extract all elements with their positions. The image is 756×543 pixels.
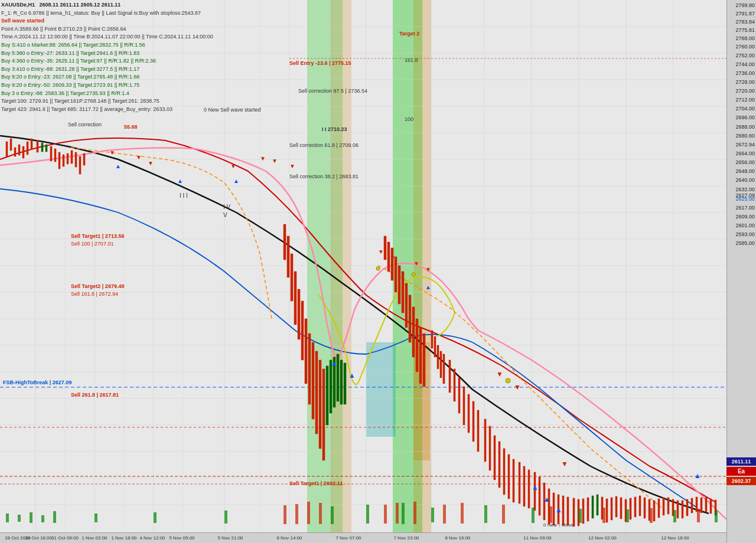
svg-rect-151 bbox=[686, 499, 688, 516]
svg-rect-183 bbox=[443, 505, 446, 524]
time-label-3: 31 Oct 09:00 bbox=[51, 535, 79, 541]
svg-text:FSB-HighToBreak | 2627.09: FSB-HighToBreak | 2627.09 bbox=[3, 380, 71, 385]
buy7: Buy 3 o Entry:-88: 2583.36 || Target:273… bbox=[1, 90, 213, 97]
time-label-4: 1 Nov 02:00 bbox=[82, 535, 107, 541]
svg-rect-170 bbox=[484, 505, 487, 523]
svg-rect-132 bbox=[597, 495, 598, 515]
svg-rect-79 bbox=[326, 366, 328, 425]
buy6: Buy 9:20 o Entry:-50: 2609.33 || Target:… bbox=[1, 81, 213, 89]
svg-rect-68 bbox=[287, 236, 289, 277]
svg-text:▼: ▼ bbox=[260, 155, 266, 162]
price-2640: 2640.00 bbox=[735, 177, 755, 183]
price-2768: 2768.00 bbox=[735, 35, 755, 41]
svg-point-215 bbox=[412, 273, 415, 276]
price-2593: 2593.00 bbox=[735, 231, 755, 237]
svg-text:▲: ▲ bbox=[555, 506, 562, 514]
price-2775: 2775.81 bbox=[735, 27, 755, 33]
svg-rect-107 bbox=[472, 401, 474, 441]
svg-text:Sell Target1 | 2602.11: Sell Target1 | 2602.11 bbox=[289, 480, 343, 486]
time-label-11: 7 Nov 23:00 bbox=[393, 535, 419, 541]
svg-text:Sell correction 87.5 | 2736.54: Sell correction 87.5 | 2736.54 bbox=[298, 88, 367, 94]
svg-rect-182 bbox=[413, 502, 416, 524]
time-label-14: 12 Nov 02:00 bbox=[588, 535, 617, 541]
svg-rect-160 bbox=[30, 512, 32, 523]
svg-text:▲: ▲ bbox=[331, 359, 338, 368]
svg-text:▼: ▼ bbox=[496, 370, 503, 378]
svg-text:▼: ▼ bbox=[136, 154, 142, 161]
svg-rect-101 bbox=[443, 354, 445, 384]
tema-status: F_1: R_Co 6.9786 || tema_h1_status: Buy … bbox=[1, 9, 213, 17]
price-2799: 2799.80 bbox=[735, 2, 755, 8]
svg-rect-137 bbox=[620, 498, 622, 519]
price-2696: 2696.00 bbox=[735, 115, 755, 120]
time-label-5: 1 Nov 18:00 bbox=[111, 535, 136, 541]
svg-rect-90 bbox=[402, 272, 404, 313]
point-abc: Point A:3589.66 || Point B:2710.23 || Po… bbox=[1, 25, 213, 33]
svg-rect-157 bbox=[715, 500, 716, 515]
price-2585: 2585.00 bbox=[735, 240, 755, 246]
svg-rect-165 bbox=[224, 511, 227, 524]
svg-rect-62 bbox=[67, 153, 69, 164]
svg-rect-134 bbox=[606, 499, 608, 522]
price-2760: 2760.00 bbox=[735, 44, 755, 50]
svg-rect-64 bbox=[75, 152, 77, 167]
price-2648: 2648.00 bbox=[735, 168, 755, 174]
svg-rect-76 bbox=[315, 351, 318, 434]
ohlc-values: 2608.11 2611.11 2605.12 2611.11 bbox=[40, 2, 121, 8]
svg-text:Target 2: Target 2 bbox=[399, 31, 419, 37]
svg-text:Sell correction 61.8 | 2709.06: Sell correction 61.8 | 2709.06 bbox=[289, 142, 359, 148]
svg-text:▼: ▼ bbox=[109, 149, 115, 156]
svg-rect-178 bbox=[307, 502, 310, 524]
svg-rect-69 bbox=[291, 254, 293, 301]
svg-rect-172 bbox=[579, 509, 582, 523]
svg-rect-2 bbox=[331, 0, 351, 532]
svg-rect-74 bbox=[308, 333, 311, 404]
svg-rect-176 bbox=[284, 505, 286, 524]
svg-text:Sell Target2 | 2679.49: Sell Target2 | 2679.49 bbox=[71, 283, 124, 289]
svg-rect-1 bbox=[307, 0, 343, 532]
svg-rect-158 bbox=[6, 513, 9, 522]
svg-text:Sell 161.8 | 2672.94: Sell 161.8 | 2672.94 bbox=[71, 291, 118, 297]
svg-rect-115 bbox=[513, 459, 514, 502]
buy4: Buy 3:410 o Entry:-88: 2631.28 || Target… bbox=[1, 66, 213, 73]
svg-text:Sell 100 | 2707.01: Sell 100 | 2707.01 bbox=[71, 241, 113, 247]
svg-rect-63 bbox=[71, 151, 73, 163]
svg-rect-52 bbox=[22, 146, 24, 158]
svg-rect-146 bbox=[663, 498, 664, 515]
svg-rect-92 bbox=[409, 295, 411, 342]
svg-text:100: 100 bbox=[405, 116, 413, 122]
svg-rect-138 bbox=[625, 499, 627, 522]
svg-rect-143 bbox=[649, 499, 650, 521]
svg-rect-116 bbox=[519, 462, 520, 503]
svg-rect-130 bbox=[587, 498, 589, 521]
info-overlay: XAUUSDe,H1 2608.11 2611.11 2605.12 2611.… bbox=[1, 1, 213, 113]
svg-rect-75 bbox=[312, 342, 314, 419]
svg-rect-140 bbox=[634, 497, 636, 517]
svg-rect-117 bbox=[523, 466, 525, 506]
svg-rect-125 bbox=[562, 496, 564, 525]
svg-text:▼: ▼ bbox=[561, 460, 568, 468]
svg-rect-148 bbox=[672, 499, 674, 516]
svg-rect-155 bbox=[705, 498, 707, 512]
svg-rect-98 bbox=[434, 336, 436, 357]
time-label-7: 5 Nov 05:00 bbox=[169, 535, 194, 541]
price-2664: 2664.00 bbox=[735, 151, 755, 156]
svg-text:▲: ▲ bbox=[233, 178, 239, 184]
price-2783: 2783.84 bbox=[735, 19, 755, 25]
svg-text:▼: ▼ bbox=[230, 163, 236, 169]
sell-wave-status: Sell wave started bbox=[1, 17, 213, 25]
svg-rect-133 bbox=[601, 497, 603, 519]
price-2744: 2744.00 bbox=[735, 61, 755, 67]
svg-text:▼: ▼ bbox=[425, 266, 431, 273]
svg-text:▲: ▲ bbox=[543, 495, 550, 503]
svg-rect-118 bbox=[528, 470, 530, 508]
svg-rect-159 bbox=[18, 515, 21, 522]
svg-text:▲: ▲ bbox=[115, 163, 121, 169]
svg-point-214 bbox=[376, 267, 380, 270]
svg-rect-71 bbox=[298, 289, 300, 339]
svg-rect-57 bbox=[45, 145, 47, 152]
svg-rect-87 bbox=[391, 248, 393, 280]
price-2728: 2728.00 bbox=[735, 79, 755, 85]
buy5: Buy 9:20 o Entry:-23: 2627.08 || Target:… bbox=[1, 73, 213, 81]
svg-text:I  I  I: I I I bbox=[180, 192, 188, 199]
